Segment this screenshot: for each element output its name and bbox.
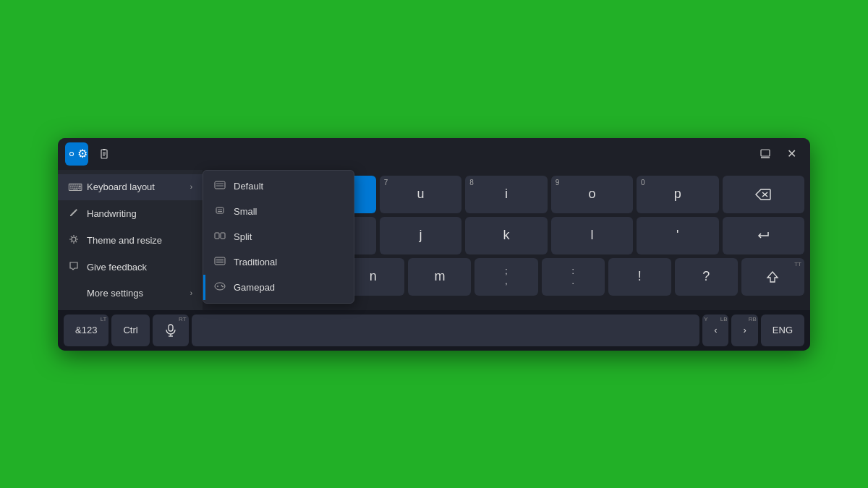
settings-panel: ⌨ Keyboard layout › Handwriting (58, 170, 203, 310)
settings-item-handwriting[interactable]: Handwriting (58, 200, 203, 227)
default-keyboard-icon (213, 181, 226, 192)
more-settings-label: More settings (87, 288, 143, 299)
svg-rect-14 (215, 233, 219, 239)
theme-label: Theme and resize (87, 235, 162, 246)
keyboard-icon: ⌨ (68, 181, 80, 193)
lb-badge: LB (720, 316, 728, 322)
rb-badge: RB (749, 316, 757, 322)
svg-point-7 (72, 237, 76, 241)
chevron-right-icon: › (190, 183, 192, 191)
key-u[interactable]: 7 u (380, 176, 461, 213)
backspace-icon (755, 189, 771, 200)
top-bar-right: ✕ (754, 142, 803, 166)
left-arrow-label: ‹ (714, 325, 717, 335)
key-shift[interactable]: TT (741, 258, 804, 296)
key-backspace[interactable] (723, 176, 804, 213)
top-bar-left: ⚙ (65, 142, 116, 166)
lt-badge: LT (101, 316, 107, 322)
settings-item-more[interactable]: More settings › (58, 281, 203, 306)
traditional-label: Traditional (234, 257, 277, 267)
shift-icon (766, 270, 779, 283)
svg-rect-15 (221, 233, 225, 239)
default-label: Default (234, 181, 263, 192)
main-content: ⌨ Keyboard layout › Handwriting (58, 170, 810, 310)
submenu-item-split[interactable]: Split (203, 224, 354, 249)
pen-icon (68, 207, 80, 220)
small-keyboard-icon (213, 206, 226, 217)
gear-icon (66, 148, 77, 160)
key-question[interactable]: ? (675, 258, 738, 296)
keyboard-layout-submenu: Default Small (203, 170, 354, 304)
traditional-keyboard-icon (213, 257, 226, 267)
mic-badge: RT (179, 316, 187, 322)
svg-rect-11 (216, 207, 224, 213)
settings-item-feedback[interactable]: Give feedback (58, 254, 203, 281)
theme-icon (68, 234, 80, 247)
submenu-item-traditional[interactable]: Traditional (203, 249, 354, 275)
split-keyboard-icon (213, 231, 226, 242)
symbols-key[interactable]: LT &123 (64, 314, 109, 346)
key-enter[interactable] (723, 217, 804, 254)
split-label: Split (234, 231, 252, 242)
key-exclamation[interactable]: ! (608, 258, 671, 296)
keyboard-container: ⚙ ✕ (58, 138, 810, 351)
microphone-key[interactable]: RT (153, 314, 189, 346)
ctrl-key[interactable]: Ctrl (111, 314, 149, 346)
feedback-label: Give feedback (87, 262, 147, 273)
key-j[interactable]: j (380, 217, 461, 254)
ctrl-label: Ctrl (123, 325, 137, 335)
tt-badge: TT (794, 261, 801, 267)
settings-item-keyboard-layout[interactable]: ⌨ Keyboard layout › (58, 174, 203, 200)
svg-rect-5 (761, 150, 770, 156)
submenu-item-gamepad[interactable]: Gamepad (203, 275, 354, 300)
svg-point-23 (221, 285, 222, 286)
close-button[interactable]: ✕ (780, 142, 803, 166)
key-k[interactable]: k (465, 217, 547, 254)
dock-button[interactable] (754, 142, 777, 166)
lang-key[interactable]: ENG (761, 314, 804, 346)
svg-rect-27 (169, 325, 173, 331)
symbols-label: &123 (75, 325, 97, 335)
key-semicolon-comma[interactable]: ; , (475, 258, 537, 296)
svg-rect-8 (215, 181, 225, 189)
microphone-icon (164, 324, 177, 337)
gamepad-icon (213, 282, 226, 293)
handwriting-label: Handwriting (87, 208, 137, 219)
more-chevron-icon: › (190, 289, 192, 297)
lang-label: ENG (773, 325, 793, 335)
right-arrow-label: › (743, 325, 746, 335)
top-bar: ⚙ ✕ (58, 138, 810, 170)
enter-icon (755, 230, 771, 241)
y-badge: Y (704, 316, 707, 322)
space-key[interactable] (192, 314, 700, 346)
key-l[interactable]: l (551, 217, 633, 254)
small-label: Small (234, 206, 258, 217)
key-apostrophe[interactable]: ' (637, 217, 718, 254)
submenu-item-small[interactable]: Small (203, 199, 354, 224)
submenu-item-default[interactable]: Default (203, 174, 354, 199)
key-i[interactable]: 8 i (465, 176, 547, 213)
close-icon: ✕ (787, 147, 796, 160)
clipboard-button[interactable] (93, 142, 116, 166)
feedback-icon (68, 261, 80, 273)
key-colon-period[interactable]: : . (542, 258, 605, 296)
bottom-bar: LT &123 Ctrl RT Y LB ‹ RB › ENG (58, 310, 810, 351)
keyboard-layout-label: Keyboard layout (87, 181, 155, 192)
gamepad-label: Gamepad (234, 282, 275, 293)
svg-rect-1 (103, 149, 106, 150)
clipboard-icon (98, 148, 110, 160)
key-o[interactable]: 9 o (551, 176, 633, 213)
svg-point-24 (222, 286, 223, 286)
right-arrow-key[interactable]: RB › (731, 314, 757, 346)
key-p[interactable]: 0 p (637, 176, 718, 213)
dock-icon (760, 148, 771, 160)
settings-item-theme[interactable]: Theme and resize (58, 227, 203, 254)
left-arrow-key[interactable]: Y LB ‹ (702, 314, 728, 346)
settings-button[interactable]: ⚙ (65, 142, 88, 166)
key-m[interactable]: m (408, 258, 471, 296)
